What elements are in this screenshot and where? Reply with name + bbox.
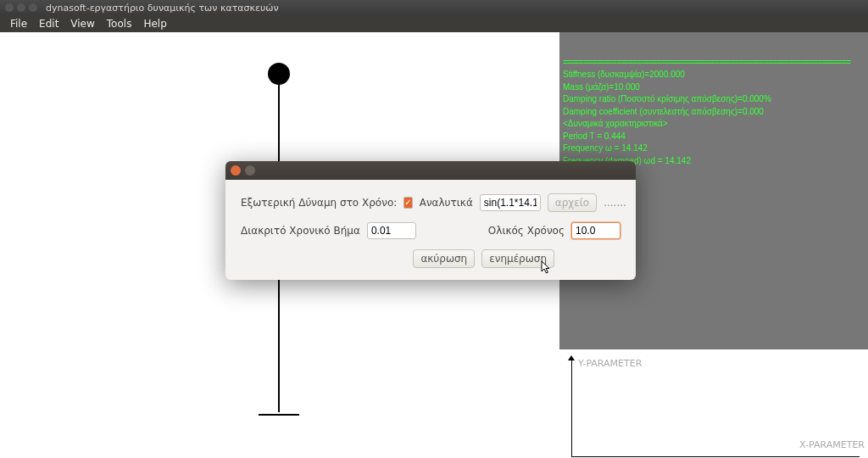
dialog-minimize-icon[interactable] — [245, 165, 255, 176]
info-period: Period T = 0.444 — [563, 131, 626, 141]
info-chars-header: <Δυναμικά χαρακτηριστικά> — [563, 119, 668, 128]
menubar: File Edit View Tools Help — [0, 15, 868, 32]
total-time-input[interactable] — [571, 222, 620, 239]
dialog-titlebar[interactable] — [225, 161, 636, 180]
base-support — [259, 414, 299, 416]
total-time-label: Ολικός Χρόνος — [488, 225, 565, 237]
info-separator: ========================================… — [563, 58, 850, 67]
info-mass: Mass (μάζα)=10.000 — [563, 82, 640, 92]
update-button[interactable]: ενημέρωση — [481, 249, 554, 268]
analytical-label: Αναλυτικά — [420, 197, 473, 209]
dialog-button-row: ακύρωση ενημέρωση — [241, 249, 620, 268]
info-stiffness: Stiffness (δυσκαμψία)=2000.000 — [563, 70, 685, 79]
menu-file[interactable]: File — [5, 17, 32, 31]
mass-node-icon — [268, 63, 290, 85]
info-damping-ratio: Damping ratio (Ποσοστό κρίσιμης απόσβεση… — [563, 94, 771, 103]
file-button[interactable]: αρχείο — [548, 193, 597, 212]
cancel-button[interactable]: ακύρωση — [413, 249, 475, 268]
window-title: dynasoft-εργαστήριο δυναμικής των κατασκ… — [46, 3, 279, 14]
dialog-body: Εξωτερική Δύναμη στο Χρόνο: ✓ Αναλυτικά … — [225, 180, 636, 280]
window-titlebar: dynasoft-εργαστήριο δυναμικής των κατασκ… — [0, 0, 868, 15]
menu-view[interactable]: View — [65, 17, 99, 31]
menu-help[interactable]: Help — [138, 17, 171, 31]
window-close-icon[interactable] — [5, 3, 14, 12]
analytical-checkbox[interactable]: ✓ — [403, 197, 412, 209]
file-path-placeholder: ....... — [604, 197, 626, 209]
plot-area: Y-PARAMETER X-PARAMETER — [559, 356, 868, 458]
dialog-row-time: Διακριτό Χρονικό Βήμα Ολικός Χρόνος — [241, 222, 620, 239]
info-damping-coeff: Damping coefficient (συντελεστής απόσβεσ… — [563, 107, 764, 116]
info-frequency: Frequency ω = 14.142 — [563, 143, 648, 153]
time-step-input[interactable] — [367, 222, 416, 239]
menu-tools[interactable]: Tools — [102, 17, 137, 31]
x-axis-line — [571, 456, 860, 457]
force-label: Εξωτερική Δύναμη στο Χρόνο: — [241, 197, 397, 209]
window-minimize-icon[interactable] — [17, 3, 25, 12]
dialog-row-force: Εξωτερική Δύναμη στο Χρόνο: ✓ Αναλυτικά … — [241, 193, 620, 212]
window-maximize-icon[interactable] — [29, 3, 37, 12]
dialog-close-icon[interactable] — [231, 165, 241, 176]
y-axis-line — [571, 356, 572, 456]
expression-input[interactable] — [480, 194, 541, 211]
x-axis-label: X-PARAMETER — [799, 439, 865, 450]
menu-edit[interactable]: Edit — [34, 17, 64, 31]
force-settings-dialog: Εξωτερική Δύναμη στο Χρόνο: ✓ Αναλυτικά … — [225, 161, 636, 280]
y-axis-label: Y-PARAMETER — [578, 358, 642, 369]
step-label: Διακριτό Χρονικό Βήμα — [241, 225, 360, 237]
